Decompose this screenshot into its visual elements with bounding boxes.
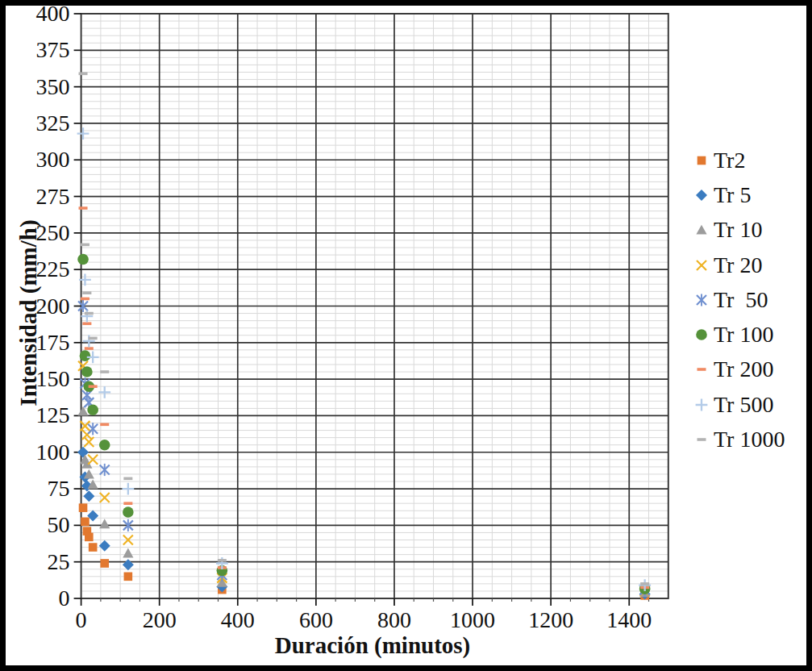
x-marker <box>697 260 706 270</box>
square-marker-icon <box>692 151 711 170</box>
data-point-tr200 <box>89 385 98 388</box>
circle-marker-icon <box>692 325 711 344</box>
dash-marker-icon <box>692 430 711 449</box>
y-tick-label: 75 <box>48 476 70 501</box>
legend-label: Tr2 <box>714 148 745 173</box>
y-tick-label: 125 <box>36 402 70 427</box>
y-tick-label: 100 <box>36 440 70 465</box>
legend-label: Tr 200 <box>714 356 773 382</box>
square-marker <box>697 156 706 165</box>
data-point-tr200 <box>82 322 91 325</box>
legend-item-tr-500: Tr 500 <box>692 387 785 422</box>
y-tick-label: 275 <box>36 184 70 209</box>
data-point-tr20 <box>84 437 94 447</box>
y-tick-label: 25 <box>48 549 70 574</box>
data-point-tr200 <box>100 423 109 427</box>
legend-label: Tr 5 <box>714 182 751 208</box>
data-point-tr2 <box>124 573 133 581</box>
plot-area: 0200400600800100012001400025507510012515… <box>6 6 806 665</box>
data-point-tr200 <box>123 502 132 505</box>
data-point-tr1000 <box>79 73 88 76</box>
legend-item-tr-10: Tr 10 <box>692 213 785 248</box>
dash-marker <box>697 438 706 441</box>
data-point-tr1000 <box>218 559 227 562</box>
data-point-tr500 <box>122 483 134 495</box>
legend-item-tr-20: Tr 20 <box>692 248 785 282</box>
data-point-tr1000 <box>640 582 649 586</box>
data-point-tr20 <box>100 493 110 502</box>
diamond-marker-icon <box>692 185 711 205</box>
legend-label: Tr 1000 <box>714 427 785 452</box>
data-point-tr2 <box>81 518 90 527</box>
legend-label: Tr 50 <box>714 287 768 313</box>
data-point-tr1000 <box>100 370 109 373</box>
legend-item-tr-100: Tr 100 <box>692 317 785 352</box>
data-point-tr2 <box>89 543 98 552</box>
legend-label: Tr 500 <box>714 392 773 418</box>
triangle-marker-icon <box>692 220 711 240</box>
y-tick-label: 50 <box>48 512 70 537</box>
data-point-tr10 <box>77 406 88 416</box>
x-tick-label: 800 <box>377 607 411 632</box>
data-point-tr1000 <box>85 312 94 315</box>
diamond-marker <box>696 190 707 201</box>
data-point-tr200 <box>79 206 88 210</box>
chart-canvas: 0200400600800100012001400025507510012515… <box>6 6 806 665</box>
circle-marker <box>696 329 707 340</box>
data-point-tr5 <box>77 447 89 458</box>
x-tick-label: 0 <box>76 607 87 632</box>
data-point-tr1000 <box>82 291 91 294</box>
data-point-tr200 <box>81 298 90 301</box>
data-point-tr10 <box>123 548 133 558</box>
x-tick-label: 400 <box>221 607 255 632</box>
data-point-tr100 <box>80 350 91 361</box>
y-tick-label: 375 <box>36 37 70 62</box>
y-tick-label: 0 <box>59 586 70 611</box>
chart-figure-border: { "chart_data": { "type": "scatter", "ti… <box>0 0 812 671</box>
y-tick-label: 300 <box>36 147 70 172</box>
data-point-tr100 <box>77 254 89 265</box>
dash-marker <box>697 369 706 372</box>
y-tick-label: 400 <box>36 6 70 26</box>
triangle-marker <box>696 225 706 235</box>
data-point-tr5 <box>123 559 134 570</box>
legend-item-tr2: Tr2 <box>692 143 785 177</box>
data-point-tr100 <box>123 506 134 518</box>
data-point-tr1000 <box>123 477 132 481</box>
data-point-tr1000 <box>81 244 90 247</box>
asterisk-marker <box>697 294 706 306</box>
legend-label: Tr 10 <box>714 217 762 243</box>
data-point-tr50 <box>88 423 98 435</box>
legend-label: Tr 100 <box>714 322 773 348</box>
x-tick-label: 600 <box>299 607 333 632</box>
legend-item-tr-5: Tr 5 <box>692 177 785 212</box>
y-tick-label: 350 <box>36 74 70 99</box>
dash-marker-icon <box>692 360 711 379</box>
legend-label: Tr 20 <box>714 252 762 278</box>
plus-marker <box>696 398 708 411</box>
y-tick-label: 325 <box>36 110 70 135</box>
data-point-tr100 <box>99 440 110 451</box>
legend: Tr2Tr 5Tr 10Tr 20Tr 50Tr 100Tr 200Tr 500… <box>692 143 785 457</box>
legend-item-tr-200: Tr 200 <box>692 352 785 387</box>
legend-item-tr-1000: Tr 1000 <box>692 422 785 456</box>
x-axis-title: Duración (minutos) <box>275 632 470 659</box>
data-point-tr1000 <box>89 337 98 340</box>
x-tick-label: 200 <box>143 607 177 632</box>
data-point-tr200 <box>85 347 94 350</box>
asterisk-marker-icon <box>692 290 711 310</box>
x-marker-icon <box>692 256 711 275</box>
data-point-tr2 <box>100 559 109 568</box>
data-point-tr50 <box>100 464 110 476</box>
plus-marker-icon <box>692 395 711 415</box>
x-tick-label: 1200 <box>528 607 573 632</box>
data-point-tr2 <box>85 533 94 542</box>
x-tick-label: 1000 <box>450 607 495 632</box>
y-axis-title: Intensidad (mm/h) <box>15 219 42 406</box>
x-tick-label: 1400 <box>606 607 652 632</box>
data-point-tr100 <box>87 404 98 415</box>
data-point-tr2 <box>79 503 88 512</box>
data-point-tr100 <box>81 366 93 377</box>
legend-item-tr-50: Tr 50 <box>692 282 785 317</box>
data-point-tr5 <box>83 490 94 502</box>
